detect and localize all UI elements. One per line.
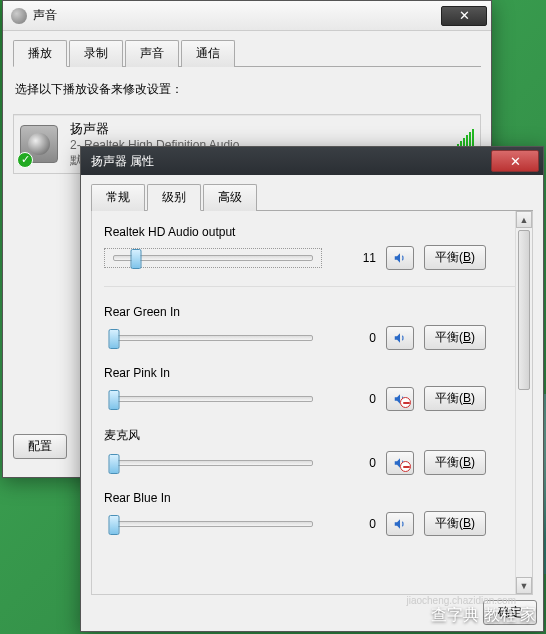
scrollbar[interactable]: ▲ ▼: [515, 211, 532, 594]
mute-button[interactable]: [386, 246, 414, 270]
volume-slider[interactable]: [113, 396, 313, 402]
slider-value: 0: [332, 456, 376, 470]
device-name: 扬声器: [70, 120, 239, 138]
slider-value: 0: [332, 331, 376, 345]
slider-group: 麦克风0平衡(B): [104, 427, 520, 475]
scroll-up-button[interactable]: ▲: [516, 211, 532, 228]
properties-content: 常规 级别 高级 ▲ ▼ Realtek HD Audio output11平衡…: [81, 175, 543, 631]
balance-button[interactable]: 平衡(B): [424, 386, 486, 411]
balance-button[interactable]: 平衡(B): [424, 325, 486, 350]
sound-titlebar[interactable]: 声音 ✕: [3, 1, 491, 31]
properties-titlebar[interactable]: 扬声器 属性 ✕: [81, 147, 543, 175]
mute-button[interactable]: [386, 451, 414, 475]
speaker-properties-window: 扬声器 属性 ✕ 常规 级别 高级 ▲ ▼ Realtek HD Audio o…: [80, 146, 544, 632]
volume-slider[interactable]: [113, 460, 313, 466]
volume-slider[interactable]: [113, 335, 313, 341]
tab-sounds[interactable]: 声音: [125, 40, 179, 67]
sound-window-title: 声音: [33, 7, 57, 24]
close-button[interactable]: ✕: [441, 6, 487, 26]
slider-label: Rear Blue In: [104, 491, 520, 505]
configure-button[interactable]: 配置: [13, 434, 67, 459]
balance-button[interactable]: 平衡(B): [424, 511, 486, 536]
properties-window-title: 扬声器 属性: [91, 153, 154, 170]
slider-label: Realtek HD Audio output: [104, 225, 520, 239]
slider-label: Rear Green In: [104, 305, 520, 319]
properties-tabstrip: 常规 级别 高级: [91, 183, 533, 211]
slider-group: Rear Blue In0平衡(B): [104, 491, 520, 536]
close-button[interactable]: ✕: [491, 150, 539, 172]
instruction-text: 选择以下播放设备来修改设置：: [15, 81, 481, 98]
slider-thumb[interactable]: [109, 329, 120, 349]
separator: [104, 286, 520, 287]
tab-levels[interactable]: 级别: [147, 184, 201, 211]
slider-thumb[interactable]: [109, 390, 120, 410]
scroll-thumb[interactable]: [518, 230, 530, 390]
tab-general[interactable]: 常规: [91, 184, 145, 211]
slider-label: Rear Pink In: [104, 366, 520, 380]
slider-group: Rear Pink In0平衡(B): [104, 366, 520, 411]
slider-thumb[interactable]: [130, 249, 141, 269]
slider-value: 0: [332, 392, 376, 406]
tab-playback[interactable]: 播放: [13, 40, 67, 67]
slider-value: 0: [332, 517, 376, 531]
slider-group: Rear Green In0平衡(B): [104, 305, 520, 350]
volume-slider[interactable]: [113, 255, 313, 261]
slider-thumb[interactable]: [109, 515, 120, 535]
mute-button[interactable]: [386, 512, 414, 536]
tab-advanced[interactable]: 高级: [203, 184, 257, 211]
ok-button[interactable]: 确定: [483, 600, 537, 625]
volume-slider[interactable]: [113, 521, 313, 527]
scroll-down-button[interactable]: ▼: [516, 577, 532, 594]
mute-button[interactable]: [386, 387, 414, 411]
sound-tabstrip: 播放 录制 声音 通信: [13, 39, 481, 67]
balance-button[interactable]: 平衡(B): [424, 245, 486, 270]
device-icon-wrap: ✓: [20, 125, 60, 165]
levels-pane: ▲ ▼ Realtek HD Audio output11平衡(B)Rear G…: [91, 211, 533, 595]
slider-group: Realtek HD Audio output11平衡(B): [104, 225, 520, 270]
slider-label: 麦克风: [104, 427, 520, 444]
tab-recording[interactable]: 录制: [69, 40, 123, 67]
slider-thumb[interactable]: [109, 454, 120, 474]
default-check-icon: ✓: [17, 152, 33, 168]
tab-communications[interactable]: 通信: [181, 40, 235, 67]
speaker-app-icon: [11, 8, 27, 24]
mute-button[interactable]: [386, 326, 414, 350]
balance-button[interactable]: 平衡(B): [424, 450, 486, 475]
slider-value: 11: [332, 251, 376, 265]
